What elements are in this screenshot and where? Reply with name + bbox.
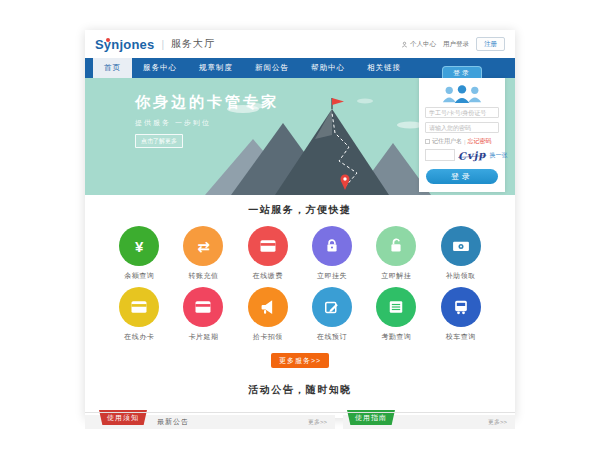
- personal-center-label: 个人中心: [410, 40, 436, 49]
- remember-checkbox[interactable]: [425, 139, 430, 144]
- announcements-tabs: 使用须知 最新公告 更多>> 使用指南 更多>>: [85, 410, 515, 430]
- header-separator: |: [161, 39, 164, 50]
- card-icon: [248, 226, 288, 266]
- announcements-title: 活动公告，随时知晓: [85, 383, 515, 397]
- login-panel: 登录 记住用户名 | 忘记密码 Cvjp 换一张: [419, 78, 505, 192]
- site-header: Synjones | 服务大厅 个人中心 用户登录 注册: [85, 30, 515, 58]
- logo-text: Synjones: [95, 37, 154, 52]
- logo[interactable]: Synjones: [95, 37, 154, 52]
- hero-title: 你身边的卡管专家: [135, 93, 279, 112]
- announcements-right-bar: 使用指南 更多>>: [343, 415, 515, 429]
- username-input[interactable]: [425, 107, 499, 118]
- login-options: 记住用户名 | 忘记密码: [425, 137, 499, 146]
- card-icon: [183, 287, 223, 327]
- lock-icon: [312, 226, 352, 266]
- service-found-card-claim[interactable]: 拾卡招领: [236, 287, 300, 342]
- services-grid: ¥ 余额查询 ⇄ 转账充值 在线缴费 立即挂失: [85, 226, 515, 348]
- unlock-icon: [376, 226, 416, 266]
- service-online-booking[interactable]: 在线预订: [300, 287, 364, 342]
- nav-item-service-center[interactable]: 服务中心: [132, 58, 188, 78]
- login-submit-button[interactable]: 登录: [426, 169, 498, 184]
- list-icon: [376, 287, 416, 327]
- screenshot-canvas: Synjones | 服务大厅 个人中心 用户登录 注册 首页 服务中心 规章制…: [0, 0, 600, 450]
- password-input[interactable]: [425, 122, 499, 133]
- banknote-icon: [441, 226, 481, 266]
- more-services-button[interactable]: 更多服务>>: [271, 353, 329, 368]
- options-separator: |: [464, 139, 466, 145]
- nav-item-help-center[interactable]: 帮助中心: [300, 58, 356, 78]
- bus-icon: [441, 287, 481, 327]
- personal-center-link[interactable]: 个人中心: [401, 40, 436, 49]
- hero-subtitle: 提供服务 一步到位: [135, 118, 279, 128]
- header-right: 个人中心 用户登录 注册: [401, 37, 505, 51]
- section-divider: [85, 412, 515, 413]
- service-online-card-apply[interactable]: 在线办卡: [107, 287, 171, 342]
- user-login-link[interactable]: 用户登录: [443, 40, 469, 49]
- services-section: 一站服务，方便快捷 ¥ 余额查询 ⇄ 转账充值 在线缴费: [85, 195, 515, 368]
- nav-item-rules[interactable]: 规章制度: [188, 58, 244, 78]
- nav-item-home[interactable]: 首页: [93, 58, 132, 78]
- service-cancel-loss[interactable]: 立即解挂: [364, 226, 428, 281]
- service-subsidy-collect[interactable]: 补助领取: [428, 226, 492, 281]
- hero-cta-button[interactable]: 点击了解更多: [135, 134, 183, 148]
- tab-latest-announcements[interactable]: 最新公告: [157, 415, 189, 429]
- site-title: 服务大厅: [171, 37, 215, 51]
- captcha-row: Cvjp 换一张: [425, 149, 499, 161]
- service-card-renewal[interactable]: 卡片延期: [171, 287, 235, 342]
- service-online-payment[interactable]: 在线缴费: [236, 226, 300, 281]
- transfer-icon: ⇄: [183, 226, 223, 266]
- announcements-left-bar: 使用须知 最新公告 更多>>: [85, 415, 335, 429]
- captcha-image[interactable]: Cvjp: [458, 149, 487, 162]
- service-report-loss[interactable]: 立即挂失: [300, 226, 364, 281]
- captcha-input[interactable]: [425, 149, 455, 161]
- yuan-icon: ¥: [119, 226, 159, 266]
- service-balance-query[interactable]: ¥ 余额查询: [107, 226, 171, 281]
- site-page: Synjones | 服务大厅 个人中心 用户登录 注册 首页 服务中心 规章制…: [85, 30, 515, 418]
- card-icon: [119, 287, 159, 327]
- remember-label: 记住用户名: [432, 137, 462, 146]
- more-left-link[interactable]: 更多>>: [308, 415, 327, 429]
- forgot-password-link[interactable]: 忘记密码: [468, 137, 492, 146]
- services-title: 一站服务，方便快捷: [85, 203, 515, 217]
- megaphone-icon: [248, 287, 288, 327]
- register-button[interactable]: 注册: [476, 37, 505, 51]
- edit-icon: [312, 287, 352, 327]
- service-school-bus-query[interactable]: 校车查询: [428, 287, 492, 342]
- more-right-link[interactable]: 更多>>: [488, 415, 507, 429]
- service-attendance-query[interactable]: 考勤查询: [364, 287, 428, 342]
- nav-item-news[interactable]: 新闻公告: [244, 58, 300, 78]
- users-icon: [440, 83, 484, 104]
- nav-item-links[interactable]: 相关链接: [356, 58, 412, 78]
- service-transfer-recharge[interactable]: ⇄ 转账充值: [171, 226, 235, 281]
- captcha-refresh-link[interactable]: 换一张: [489, 151, 507, 160]
- user-login-label: 用户登录: [443, 40, 469, 49]
- logo-red-dot-icon: [106, 38, 110, 42]
- person-icon: [401, 41, 408, 48]
- login-tab[interactable]: 登录: [442, 66, 482, 78]
- hero-copy: 你身边的卡管专家 提供服务 一步到位 点击了解更多: [135, 93, 279, 148]
